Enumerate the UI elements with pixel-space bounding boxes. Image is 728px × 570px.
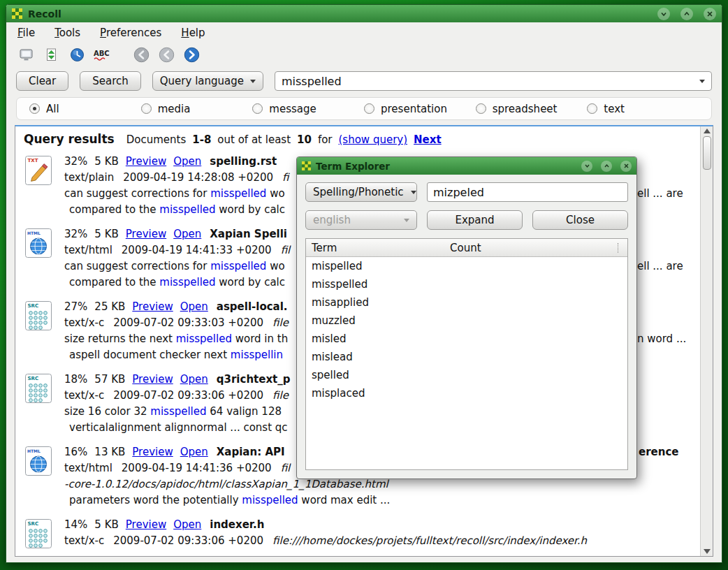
menu-preferences[interactable]: Preferences — [100, 27, 161, 39]
column-header-term: Term — [306, 242, 446, 254]
file-size: 5 KB — [94, 518, 118, 531]
expansion-mode-combo[interactable]: Spelling/Phonetic — [305, 182, 417, 202]
expand-button[interactable]: Expand — [427, 210, 523, 230]
scroll-up-icon[interactable] — [704, 129, 711, 133]
results-panel: Query results Documents 1-8 out of at le… — [15, 125, 713, 557]
nav-first-icon[interactable] — [131, 45, 152, 64]
dialog-minimize-button[interactable] — [581, 161, 592, 172]
term-row[interactable]: mislead — [306, 348, 627, 366]
result-row: SRC14%5 KBPreviewOpenindexer.htext/x-c20… — [24, 517, 692, 553]
result-date: 2009-07-02 09:33:06 +0200 — [113, 389, 263, 402]
scroll-down-icon[interactable] — [704, 549, 711, 554]
query-language-combo[interactable]: Query language — [152, 71, 263, 91]
preview-link[interactable]: Preview — [132, 300, 173, 313]
highlighted-term: misspelled — [242, 494, 298, 506]
language-value: english — [313, 214, 397, 226]
file-url: file — [272, 316, 289, 329]
term-explorer-title: Term Explorer — [316, 161, 573, 172]
chevron-down-icon — [411, 191, 416, 194]
open-link[interactable]: Open — [180, 373, 208, 386]
close-button[interactable] — [704, 8, 716, 20]
term-explorer-titlebar[interactable]: Term Explorer — [297, 157, 636, 175]
filter-presentation[interactable]: presentation — [364, 103, 476, 115]
filter-label: message — [269, 103, 316, 115]
file-url: file — [272, 389, 289, 402]
menu-tools[interactable]: Tools — [54, 27, 80, 39]
result-header-line: 14%5 KBPreviewOpenindexer.h — [64, 517, 692, 533]
scrollbar-thumb[interactable] — [703, 136, 711, 170]
nav-forward-icon[interactable] — [181, 45, 202, 64]
term-input-value: mizpeled — [433, 186, 484, 199]
column-grip-icon[interactable] — [618, 243, 625, 253]
filetype-src-icon: SRC — [24, 517, 56, 553]
term-row[interactable]: mispelled — [306, 257, 627, 275]
filter-message[interactable]: message — [252, 103, 364, 115]
spell-explorer-icon[interactable]: ABC — [92, 45, 112, 64]
term-row[interactable]: misplaced — [306, 384, 627, 402]
radio-icon — [141, 103, 152, 114]
filter-media[interactable]: media — [141, 103, 253, 115]
maximize-button[interactable] — [680, 8, 693, 20]
minimize-button[interactable] — [657, 8, 670, 20]
recoll-window: Recoll FileToolsPreferencesHelp ABC Clea… — [6, 4, 722, 563]
clear-button[interactable]: Clear — [16, 71, 68, 91]
toolbar: ABC — [6, 43, 722, 68]
radio-icon — [364, 103, 374, 114]
titlebar[interactable]: Recoll — [6, 5, 722, 22]
term-row[interactable]: spelled — [306, 366, 627, 384]
close-dialog-button[interactable]: Close — [532, 210, 628, 230]
svg-text:HTML: HTML — [27, 448, 41, 453]
preview-link[interactable]: Preview — [132, 373, 173, 386]
menu-file[interactable]: File — [17, 27, 35, 39]
result-title: spelling.rst — [210, 155, 277, 168]
search-input[interactable]: misspelled — [275, 71, 712, 91]
term-row[interactable]: misspelled — [306, 275, 627, 293]
next-page-link[interactable]: Next — [414, 133, 442, 146]
history-icon[interactable] — [66, 45, 87, 64]
results-scrollbar[interactable] — [700, 126, 713, 556]
clear-search-icon[interactable] — [16, 45, 37, 64]
search-row: Clear Search Query language misspelled — [6, 68, 722, 94]
relevance: 32% — [64, 155, 87, 168]
result-title: indexer.h — [210, 518, 264, 531]
menu-help[interactable]: Help — [181, 27, 205, 39]
filter-label: All — [46, 103, 59, 115]
result-title-fragment: erence — [639, 444, 679, 460]
column-header-count: Count — [446, 242, 618, 254]
nav-back-icon[interactable] — [156, 45, 177, 64]
relevance: 16% — [64, 446, 87, 458]
term-row[interactable]: muzzled — [306, 312, 627, 330]
open-link[interactable]: Open — [180, 446, 208, 458]
dialog-close-button[interactable] — [620, 161, 632, 172]
highlighted-term: misspelled — [150, 405, 206, 418]
filter-row: Allmediamessagepresentationspreadsheette… — [16, 97, 712, 120]
show-query-link[interactable]: (show query) — [339, 133, 408, 146]
open-link[interactable]: Open — [173, 518, 201, 531]
svg-text:SRC: SRC — [28, 303, 39, 309]
filter-all[interactable]: All — [29, 103, 141, 115]
open-link[interactable]: Open — [173, 155, 201, 168]
filter-text[interactable]: text — [587, 103, 699, 115]
results-total: 10 — [297, 133, 312, 146]
preview-link[interactable]: Preview — [126, 228, 166, 240]
open-link[interactable]: Open — [173, 228, 201, 240]
search-button[interactable]: Search — [80, 71, 141, 91]
result-date: 2009-07-02 09:33:06 +0200 — [113, 534, 263, 547]
highlighted-term: misspelled — [210, 260, 266, 272]
term-row[interactable]: misled — [306, 330, 627, 348]
result-date: 2009-04-19 14:41:33 +0200 — [122, 244, 272, 256]
preview-link[interactable]: Preview — [126, 155, 166, 168]
dialog-maximize-button[interactable] — [601, 161, 612, 172]
term-input[interactable]: mizpeled — [427, 182, 628, 202]
language-combo[interactable]: english — [305, 210, 417, 230]
result-title: Xapian: API — [217, 446, 285, 458]
update-index-icon[interactable] — [41, 45, 62, 64]
snippet-line: parameters word the potentially misspell… — [64, 492, 692, 509]
results-header: Query results Documents 1-8 out of at le… — [24, 132, 692, 146]
term-row[interactable]: misapplied — [306, 293, 627, 312]
filter-spreadsheet[interactable]: spreadsheet — [476, 103, 588, 115]
open-link[interactable]: Open — [180, 300, 208, 313]
preview-link[interactable]: Preview — [126, 518, 166, 531]
preview-link[interactable]: Preview — [132, 446, 173, 458]
term-explorer-body: Spelling/Phonetic mizpeled english Expan… — [297, 175, 636, 478]
